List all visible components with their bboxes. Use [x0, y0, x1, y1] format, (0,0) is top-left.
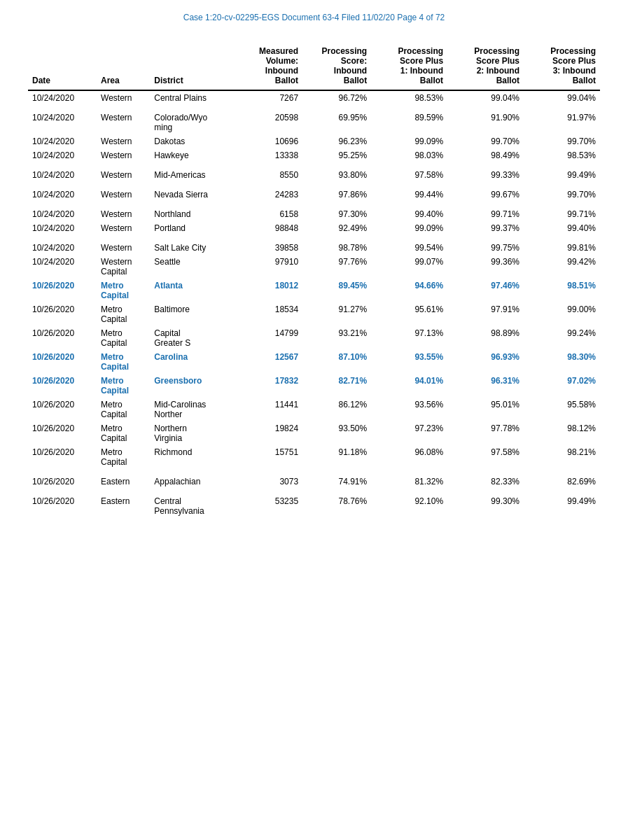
cell-plus2: 97.91% — [447, 302, 524, 326]
cell-area: Western — [97, 221, 150, 235]
table-row: 10/24/2020 Western Central Plains 7267 9… — [28, 90, 600, 105]
cell-plus3: 99.42% — [524, 255, 600, 279]
cell-area: Western — [97, 241, 150, 255]
cell-volume: 6158 — [234, 207, 302, 221]
cell-plus1: 99.09% — [371, 221, 447, 235]
cell-plus3: 98.51% — [524, 279, 600, 302]
cell-area: Western — [97, 188, 150, 202]
table-row: 10/24/2020 Western Northland 6158 97.30%… — [28, 207, 600, 221]
cell-district: CapitalGreater S — [150, 326, 234, 350]
cell-date: 10/24/2020 — [28, 168, 97, 182]
cell-district: Mid-Americas — [150, 168, 234, 182]
cell-district: Baltimore — [150, 302, 234, 326]
case-info: Case 1:20-cv-02295-EGS Document 63-4 Fil… — [0, 0, 628, 29]
cell-area: MetroCapital — [97, 350, 150, 374]
col-processing-score: ProcessingScore:InboundBallot — [302, 43, 371, 90]
cell-plus2: 97.58% — [447, 445, 524, 469]
table-row: 10/24/2020 Western Mid-Americas 8550 93.… — [28, 168, 600, 182]
cell-plus1: 94.66% — [371, 279, 447, 302]
cell-date: 10/26/2020 — [28, 445, 97, 469]
cell-score: 96.72% — [302, 90, 371, 105]
cell-score: 93.80% — [302, 168, 371, 182]
cell-district: Appalachian — [150, 475, 234, 489]
cell-district: Carolina — [150, 350, 234, 374]
cell-plus3: 95.58% — [524, 398, 600, 421]
page-header: Case 1:20-cv-02295-EGS Document 63-4 Fil… — [0, 0, 628, 29]
cell-area: Western — [97, 111, 150, 134]
cell-district: Portland — [150, 221, 234, 235]
cell-date: 10/26/2020 — [28, 421, 97, 445]
cell-district: Colorado/Wyoming — [150, 111, 234, 134]
cell-volume: 98848 — [234, 221, 302, 235]
data-table: Date Area District MeasuredVolume:Inboun… — [28, 43, 600, 518]
cell-plus1: 99.09% — [371, 134, 447, 148]
cell-plus1: 93.55% — [371, 350, 447, 374]
cell-plus3: 82.69% — [524, 475, 600, 489]
cell-score: 89.45% — [302, 279, 371, 302]
cell-plus2: 91.90% — [447, 111, 524, 134]
cell-volume: 17832 — [234, 374, 302, 398]
cell-plus2: 97.46% — [447, 279, 524, 302]
table-row: 10/24/2020 Western Colorado/Wyoming 2059… — [28, 111, 600, 134]
cell-score: 97.76% — [302, 255, 371, 279]
cell-score: 97.30% — [302, 207, 371, 221]
cell-plus1: 99.44% — [371, 188, 447, 202]
cell-plus3: 99.24% — [524, 326, 600, 350]
cell-area: MetroCapital — [97, 421, 150, 445]
col-district: District — [150, 43, 234, 90]
cell-plus2: 95.01% — [447, 398, 524, 421]
cell-plus1: 99.54% — [371, 241, 447, 255]
cell-area: Eastern — [97, 494, 150, 518]
cell-volume: 53235 — [234, 494, 302, 518]
cell-plus3: 98.12% — [524, 421, 600, 445]
table-row: 10/24/2020 WesternCapital Seattle 97910 … — [28, 255, 600, 279]
cell-plus1: 94.01% — [371, 374, 447, 398]
cell-volume: 11441 — [234, 398, 302, 421]
cell-date: 10/24/2020 — [28, 148, 97, 162]
cell-plus1: 97.13% — [371, 326, 447, 350]
cell-plus2: 99.37% — [447, 221, 524, 235]
table-row: 10/24/2020 Western Salt Lake City 39858 … — [28, 241, 600, 255]
cell-plus1: 99.07% — [371, 255, 447, 279]
cell-volume: 18534 — [234, 302, 302, 326]
cell-plus2: 99.36% — [447, 255, 524, 279]
cell-score: 98.78% — [302, 241, 371, 255]
col-processing-score-plus1: ProcessingScore Plus1: InboundBallot — [371, 43, 447, 90]
cell-score: 91.27% — [302, 302, 371, 326]
cell-plus1: 98.03% — [371, 148, 447, 162]
cell-area: Western — [97, 168, 150, 182]
cell-plus2: 82.33% — [447, 475, 524, 489]
cell-plus1: 97.58% — [371, 168, 447, 182]
cell-plus3: 99.04% — [524, 90, 600, 105]
cell-volume: 97910 — [234, 255, 302, 279]
cell-volume: 14799 — [234, 326, 302, 350]
cell-plus1: 95.61% — [371, 302, 447, 326]
cell-score: 78.76% — [302, 494, 371, 518]
table-row: 10/26/2020 MetroCapital Mid-CarolinasNor… — [28, 398, 600, 421]
cell-volume: 12567 — [234, 350, 302, 374]
table-row: 10/26/2020 MetroCapital Richmond 15751 9… — [28, 445, 600, 469]
cell-plus3: 99.49% — [524, 494, 600, 518]
cell-plus2: 99.71% — [447, 207, 524, 221]
cell-volume: 8550 — [234, 168, 302, 182]
cell-score: 82.71% — [302, 374, 371, 398]
cell-date: 10/26/2020 — [28, 350, 97, 374]
cell-plus2: 96.31% — [447, 374, 524, 398]
cell-plus3: 99.70% — [524, 188, 600, 202]
cell-area: Western — [97, 148, 150, 162]
cell-plus2: 99.67% — [447, 188, 524, 202]
cell-date: 10/24/2020 — [28, 255, 97, 279]
cell-area: MetroCapital — [97, 326, 150, 350]
cell-plus2: 96.93% — [447, 350, 524, 374]
cell-score: 86.12% — [302, 398, 371, 421]
cell-volume: 3073 — [234, 475, 302, 489]
cell-plus1: 93.56% — [371, 398, 447, 421]
cell-area: MetroCapital — [97, 302, 150, 326]
cell-district: Northland — [150, 207, 234, 221]
cell-score: 97.86% — [302, 188, 371, 202]
cell-area: MetroCapital — [97, 374, 150, 398]
table-row: 10/26/2020 MetroCapital NorthernVirginia… — [28, 421, 600, 445]
cell-district: Central Plains — [150, 90, 234, 105]
cell-plus3: 98.21% — [524, 445, 600, 469]
table-row: 10/26/2020 MetroCapital Baltimore 18534 … — [28, 302, 600, 326]
